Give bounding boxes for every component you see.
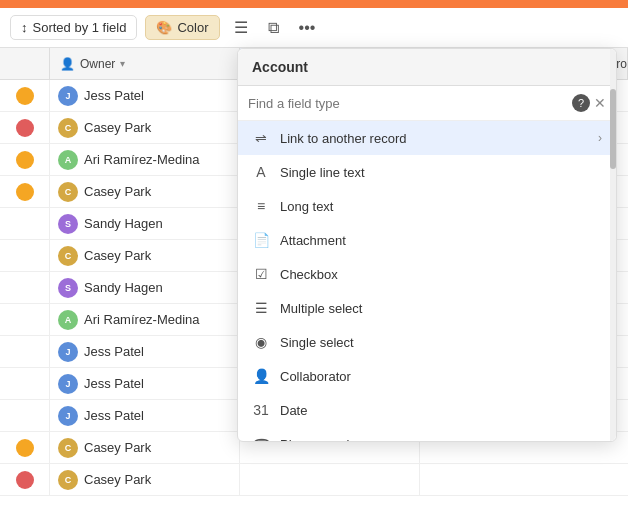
field-type-label: Multiple select: [280, 301, 602, 316]
field-type-item[interactable]: ASingle line text: [238, 155, 616, 189]
field-type-icon: ⇌: [252, 130, 270, 146]
help-icon[interactable]: ?: [572, 94, 590, 112]
more-options-button[interactable]: •••: [293, 15, 322, 41]
owner-cell: AAri Ramírez-Medina: [50, 144, 240, 175]
owner-name: Casey Park: [84, 440, 151, 455]
dropdown-title: Account: [238, 49, 616, 86]
tag-cell: [0, 400, 50, 431]
list-view-button[interactable]: ☰: [228, 14, 254, 41]
owner-cell: CCasey Park: [50, 240, 240, 271]
table-body: JJess PatelCCasey ParkAAri Ramírez-Medin…: [0, 80, 628, 496]
avatar: S: [58, 214, 78, 234]
close-icon[interactable]: ✕: [594, 95, 606, 111]
owner-cell: CCasey Park: [50, 112, 240, 143]
owner-name: Ari Ramírez-Medina: [84, 152, 200, 167]
field-type-icon: 31: [252, 402, 270, 418]
search-icons: ? ✕: [572, 94, 606, 112]
row-tag: [16, 471, 34, 489]
field-type-list: ⇌Link to another record›ASingle line tex…: [238, 121, 616, 441]
avatar: C: [58, 182, 78, 202]
owner-chevron: ▾: [120, 58, 125, 69]
row-tag: [16, 87, 34, 105]
field-type-item[interactable]: ☰Multiple select: [238, 291, 616, 325]
owner-cell: CCasey Park: [50, 432, 240, 463]
sort-icon: ↕: [21, 20, 28, 35]
avatar: J: [58, 406, 78, 426]
owner-name: Ari Ramírez-Medina: [84, 312, 200, 327]
field-type-icon: ◉: [252, 334, 270, 350]
row-tag: [16, 439, 34, 457]
owner-cell: JJess Patel: [50, 80, 240, 111]
owner-cell: AAri Ramírez-Medina: [50, 304, 240, 335]
owner-name: Jess Patel: [84, 376, 144, 391]
tag-cell: [0, 304, 50, 335]
owner-icon: 👤: [60, 57, 75, 71]
owner-name: Jess Patel: [84, 88, 144, 103]
tag-cell: [0, 272, 50, 303]
avatar: J: [58, 374, 78, 394]
field-type-label: Link to another record: [280, 131, 588, 146]
field-type-item[interactable]: ⇌Link to another record›: [238, 121, 616, 155]
tag-cell: [0, 80, 50, 111]
field-type-item[interactable]: 👤Collaborator: [238, 359, 616, 393]
col-header-type: [0, 48, 50, 79]
owner-cell: JJess Patel: [50, 368, 240, 399]
avatar: C: [58, 246, 78, 266]
field-type-search[interactable]: [248, 96, 566, 111]
field-type-label: Checkbox: [280, 267, 602, 282]
field-type-dropdown: Account ? ✕ ⇌Link to another record›ASin…: [237, 48, 617, 442]
avatar: J: [58, 342, 78, 362]
owner-name: Sandy Hagen: [84, 216, 163, 231]
col-header-owner[interactable]: 👤 Owner ▾: [50, 48, 240, 79]
field-type-item[interactable]: 31Date: [238, 393, 616, 427]
field-type-icon: 📄: [252, 232, 270, 248]
field-type-icon: ☎: [252, 436, 270, 441]
avatar: C: [58, 470, 78, 490]
avatar: C: [58, 438, 78, 458]
field-type-label: Phone number: [280, 437, 602, 442]
owner-name: Casey Park: [84, 472, 151, 487]
field-type-label: Collaborator: [280, 369, 602, 384]
owner-cell: JJess Patel: [50, 336, 240, 367]
tag-cell: [0, 144, 50, 175]
row-tag: [16, 151, 34, 169]
owner-cell: SSandy Hagen: [50, 272, 240, 303]
account-cell: [240, 464, 420, 495]
avatar: S: [58, 278, 78, 298]
color-button[interactable]: 🎨 Color: [145, 15, 219, 40]
field-type-label: Single line text: [280, 165, 602, 180]
avatar: C: [58, 118, 78, 138]
color-icon: 🎨: [156, 20, 172, 35]
owner-cell: CCasey Park: [50, 176, 240, 207]
field-type-item[interactable]: ☑Checkbox: [238, 257, 616, 291]
tag-cell: [0, 176, 50, 207]
field-type-icon: 👤: [252, 368, 270, 384]
owner-cell: JJess Patel: [50, 400, 240, 431]
top-bar: [0, 0, 628, 8]
tag-cell: [0, 240, 50, 271]
field-type-item[interactable]: ☎Phone number: [238, 427, 616, 441]
field-type-arrow: ›: [598, 131, 602, 145]
owner-name: Sandy Hagen: [84, 280, 163, 295]
table-row: CCasey Park: [0, 464, 628, 496]
field-type-item[interactable]: ≡Long text: [238, 189, 616, 223]
owner-name: Casey Park: [84, 120, 151, 135]
field-type-label: Long text: [280, 199, 602, 214]
tag-cell: [0, 208, 50, 239]
row-tag: [16, 183, 34, 201]
search-row: ? ✕: [238, 86, 616, 121]
scroll-track: [610, 49, 616, 441]
toolbar: ↕ Sorted by 1 field 🎨 Color ☰ ⧉ •••: [0, 8, 628, 48]
owner-cell: SSandy Hagen: [50, 208, 240, 239]
sort-button[interactable]: ↕ Sorted by 1 field: [10, 15, 137, 40]
external-link-button[interactable]: ⧉: [262, 15, 285, 41]
field-type-icon: ≡: [252, 198, 270, 214]
field-type-icon: ☰: [252, 300, 270, 316]
field-type-item[interactable]: ◉Single select: [238, 325, 616, 359]
field-type-item[interactable]: 📄Attachment: [238, 223, 616, 257]
avatar: A: [58, 150, 78, 170]
field-type-icon: A: [252, 164, 270, 180]
tag-cell: [0, 432, 50, 463]
owner-name: Casey Park: [84, 248, 151, 263]
owner-name: Casey Park: [84, 184, 151, 199]
